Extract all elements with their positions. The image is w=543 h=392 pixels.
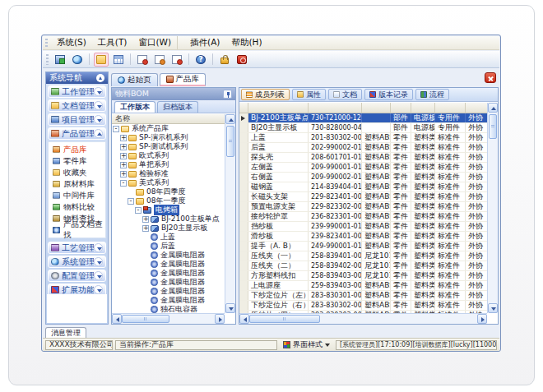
scroll-down-icon[interactable] <box>488 303 498 313</box>
tree-expander-icon[interactable] <box>142 297 149 304</box>
menu-item[interactable]: 窗口(W) <box>132 36 178 49</box>
tree-scroll-thumb[interactable] <box>226 126 234 157</box>
tree-expander-icon[interactable] <box>142 243 149 250</box>
table-column-header[interactable] <box>411 103 435 113</box>
menu-item[interactable]: 插件(A) <box>184 36 225 49</box>
挡纱板[interactable]: 挡纱板 239-990001-01E 塑料ABS 零件 塑料类 标准件 外协 条 <box>239 222 487 232</box>
new-document-icon[interactable] <box>135 53 150 67</box>
sidebar-group[interactable]: 工作管理 <box>48 85 106 98</box>
sidebar-group[interactable]: 工艺管理 <box>48 242 106 254</box>
member-tab[interactable]: 流程 <box>415 89 449 100</box>
scroll-down-icon[interactable] <box>225 303 235 313</box>
tree-expander-icon[interactable] <box>128 189 134 196</box>
scroll-up-icon[interactable] <box>225 114 235 124</box>
tree-expander-icon[interactable]: + <box>120 153 127 159</box>
toolbar-grip[interactable] <box>46 54 49 65</box>
document-tab[interactable]: 起始页 <box>111 73 158 86</box>
table-vertical-scrollbar[interactable] <box>487 103 498 313</box>
tree-expander-icon[interactable]: - <box>135 207 142 214</box>
edit-document-icon[interactable] <box>152 53 167 67</box>
menu-item[interactable]: 帮助(H) <box>225 36 267 49</box>
tree-expander-icon[interactable]: - <box>113 126 119 132</box>
提手（A. B）[interactable]: 提手（A. B） 249-990001-01E 塑料ABS 零件 塑料类 标准件… <box>239 242 487 251</box>
system-monitor-icon[interactable] <box>53 53 67 67</box>
sidebar-item[interactable]: 收藏夹 <box>49 167 105 178</box>
table-column-header[interactable] <box>466 103 487 113</box>
chevron-icon[interactable] <box>94 115 103 124</box>
collapse-sidebar-icon[interactable] <box>96 74 104 82</box>
table-column-header[interactable] <box>309 103 362 113</box>
tree-vertical-scrollbar[interactable] <box>225 114 235 313</box>
tree-expander-icon[interactable]: + <box>142 216 149 223</box>
close-document-icon[interactable] <box>485 72 496 83</box>
table-column-header[interactable] <box>391 103 411 113</box>
tree-expander-icon[interactable]: + <box>142 225 149 232</box>
scroll-right-icon[interactable] <box>215 314 225 324</box>
tree-expander-icon[interactable]: + <box>120 144 127 150</box>
预置电源支架[interactable]: 预置电源支架 229-823302-00E 塑料ABS 零件 塑料类 标准件 外… <box>239 202 487 212</box>
sidebar-item[interactable]: 零件库 <box>49 155 105 167</box>
滑纱板[interactable]: 滑纱板 239-823401-00E 塑料ABS 零件 塑料类 标准件 外协 条 <box>239 232 487 242</box>
globe-icon[interactable] <box>70 53 85 67</box>
接纱轮护罩[interactable]: 接纱轮护罩 236-823301-00E 塑料ABS 零件 塑料类 标准件 外协… <box>239 212 487 222</box>
tree-expander-icon[interactable] <box>142 279 149 286</box>
压线夹（二）[interactable]: 压线夹（二） 258-839402-00E 尼龙1010 零件 塑料类 标准件 … <box>239 261 487 271</box>
table-hscroll-thumb[interactable] <box>249 315 320 323</box>
member-tab[interactable]: 文档 <box>328 89 362 100</box>
后盖[interactable]: 后盖 202-990002-01E 塑料ABS 零件 塑料类 标准件 外协 条 <box>239 143 487 153</box>
scroll-right-icon[interactable] <box>477 314 487 324</box>
chevron-icon[interactable] <box>94 271 103 280</box>
version-tab[interactable]: 归档版本 <box>157 101 198 113</box>
tree-expander-icon[interactable] <box>142 252 149 259</box>
sidebar-item[interactable]: 物料比较 <box>49 201 105 213</box>
scroll-up-icon[interactable] <box>488 103 498 113</box>
tree-node[interactable]: 独石电容器 <box>112 305 225 313</box>
tree-column-header[interactable]: 名称 <box>112 114 225 124</box>
tree-horizontal-scrollbar[interactable] <box>112 313 225 324</box>
lock-icon[interactable] <box>217 53 232 67</box>
table-column-header[interactable] <box>435 103 466 113</box>
toolbar-grip[interactable] <box>45 39 48 48</box>
open-folder-icon[interactable] <box>94 53 109 67</box>
version-tab[interactable]: 工作版本 <box>114 101 155 113</box>
sidebar-item[interactable]: 产品文档查找 <box>49 224 105 236</box>
左侧盖[interactable]: 左侧盖 209-990001-01E 塑料ABS 零件 塑料类 标准件 外协 条 <box>239 163 487 173</box>
table-column-header[interactable] <box>362 103 391 113</box>
menu-item[interactable]: 系统(S) <box>51 36 92 49</box>
sidebar-group[interactable]: 系统管理 <box>48 256 106 268</box>
table-scroll-thumb[interactable] <box>489 114 497 139</box>
tree-expander-icon[interactable] <box>142 288 149 295</box>
tree-expander-icon[interactable]: - <box>120 180 127 187</box>
下纱定位片（右）[interactable]: 下纱定位片（右） 283-830302-00E 塑料ABS 零件 塑料类 标准件… <box>239 301 487 311</box>
member-tab[interactable]: 属性 <box>292 89 326 100</box>
delete-document-icon[interactable] <box>169 53 184 67</box>
tree-expander-icon[interactable]: - <box>128 198 134 205</box>
sidebar-item[interactable]: 原材料库 <box>49 178 105 190</box>
tree-expander-icon[interactable] <box>142 307 149 313</box>
table-column-header[interactable] <box>248 103 309 113</box>
chevron-icon[interactable] <box>94 285 103 294</box>
tree-expander-icon[interactable] <box>142 270 149 277</box>
tree-expander-icon[interactable] <box>142 234 149 241</box>
tree-expander-icon[interactable]: + <box>120 171 127 178</box>
member-tab[interactable]: 版本记录 <box>364 89 413 100</box>
chevron-icon[interactable] <box>94 129 103 138</box>
member-tab[interactable]: 成员列表 <box>241 89 290 100</box>
压线夹（一）[interactable]: 压线夹（一） 258-839401-00E 尼龙1010 零件 塑料类 标准件 … <box>239 251 487 261</box>
探头壳[interactable]: 探头壳 208-601701-01E 塑料ABS 零件 塑料类 标准件 外协 条 <box>239 153 487 163</box>
BJ20主显示板[interactable]: BJ20主显示板 730-828000-04E 部件 电源板 专用件 外协 颗 <box>239 123 487 133</box>
tree-expander-icon[interactable]: + <box>120 162 127 168</box>
长磁头支架[interactable]: 长磁头支架 229-823401-00E 塑料ABS 零件 塑料类 标准件 外协… <box>239 192 487 202</box>
table-horizontal-scrollbar[interactable] <box>239 313 487 324</box>
chevron-icon[interactable] <box>94 101 103 110</box>
BJ-2100主板单点[interactable]: BJ-2100主板单点 730-T21000-12E 部件 电源板 专用件 外协… <box>239 113 487 123</box>
tree-expander-icon[interactable]: + <box>120 135 127 141</box>
exit-icon[interactable] <box>234 53 249 67</box>
scroll-left-icon[interactable] <box>112 314 122 324</box>
help-icon[interactable] <box>193 53 208 67</box>
tree-hscroll-thumb[interactable] <box>122 315 169 323</box>
上盖[interactable]: 上盖 201-830302-00E 塑料ABS 零件 塑料类 标准件 外协 条 <box>239 133 487 143</box>
menu-item[interactable]: 工具(T) <box>92 36 133 49</box>
右侧盖[interactable]: 右侧盖 209-990002-01E 塑料ABS 零件 塑料类 标准件 外协 条 <box>239 173 487 182</box>
sidebar-item[interactable]: 中间件库 <box>49 190 105 201</box>
